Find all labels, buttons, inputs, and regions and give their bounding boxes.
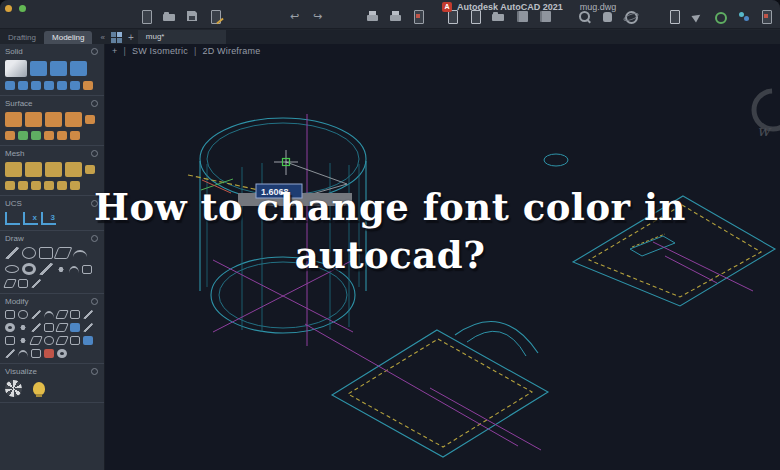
- extrude-face-icon[interactable]: [18, 181, 28, 190]
- file-tab-mug[interactable]: mug*: [138, 30, 226, 44]
- scale-3d-icon[interactable]: [70, 336, 80, 345]
- array-icon[interactable]: [5, 336, 15, 345]
- render-settings-icon[interactable]: [668, 10, 681, 23]
- viewport-style-control[interactable]: 2D Wireframe: [202, 46, 260, 56]
- save-as-icon[interactable]: [209, 10, 222, 23]
- redo-icon[interactable]: ↪: [311, 10, 324, 23]
- merge-face-icon[interactable]: [31, 181, 41, 190]
- new-file-icon[interactable]: [140, 10, 153, 23]
- orbit-icon[interactable]: [624, 10, 637, 23]
- export-pdf-icon[interactable]: [412, 10, 425, 23]
- point-icon[interactable]: [56, 265, 66, 274]
- polyline-icon[interactable]: [39, 263, 53, 275]
- surface-extend-icon[interactable]: [18, 131, 28, 140]
- move-3d-icon[interactable]: [83, 336, 93, 345]
- batch-plot-icon[interactable]: [389, 10, 402, 23]
- lights-icon[interactable]: [33, 382, 45, 395]
- align-3d-icon[interactable]: [55, 336, 69, 345]
- section-options-icon[interactable]: [91, 235, 98, 242]
- circle-icon[interactable]: [22, 247, 36, 259]
- copy-icon[interactable]: [70, 323, 80, 332]
- surface-analysis-icon[interactable]: [70, 131, 80, 140]
- patch-surface-icon[interactable]: [45, 112, 62, 127]
- section-options-icon[interactable]: [91, 368, 98, 375]
- section-options-icon[interactable]: [91, 48, 98, 55]
- break-icon[interactable]: [44, 323, 54, 332]
- plane-surface-icon[interactable]: [54, 247, 73, 259]
- layout-grid-icon[interactable]: [110, 30, 123, 43]
- collapse-palette-button[interactable]: «: [100, 33, 104, 42]
- collapse-face-icon[interactable]: [57, 181, 67, 190]
- network-surface-icon[interactable]: [5, 112, 22, 127]
- standards-check-icon[interactable]: [760, 10, 773, 23]
- ucs-x-icon[interactable]: x: [23, 212, 38, 225]
- trim-icon[interactable]: [31, 310, 41, 319]
- rectangle-icon[interactable]: [39, 247, 53, 259]
- rotate-3d-icon[interactable]: [44, 336, 54, 345]
- slice-icon[interactable]: [44, 81, 54, 90]
- box-icon[interactable]: [5, 60, 27, 77]
- offset-surface-icon[interactable]: [65, 112, 82, 127]
- minimize-button[interactable]: [5, 5, 12, 12]
- line-icon[interactable]: [5, 247, 19, 259]
- join-icon[interactable]: [31, 323, 41, 332]
- ellipse-icon[interactable]: [5, 265, 19, 273]
- section-options-icon[interactable]: [91, 298, 98, 305]
- divide-icon[interactable]: [18, 336, 28, 345]
- refine-mesh-icon[interactable]: [45, 162, 62, 177]
- smooth-object-icon[interactable]: [25, 162, 42, 177]
- erase-icon[interactable]: [83, 323, 93, 332]
- spline-icon[interactable]: [69, 266, 79, 273]
- tab-drafting[interactable]: Drafting: [0, 31, 44, 44]
- rotate-icon[interactable]: [18, 310, 28, 319]
- viewport-menu-button[interactable]: +: [112, 46, 117, 56]
- ucs-world-icon[interactable]: [5, 212, 20, 225]
- viewport-view-control[interactable]: SW Isometric: [132, 46, 188, 56]
- match-icon[interactable]: [31, 349, 41, 358]
- donut-icon[interactable]: [22, 263, 36, 275]
- section-options-icon[interactable]: [91, 150, 98, 157]
- fullscreen-button[interactable]: [19, 5, 26, 12]
- subtract-icon[interactable]: [18, 81, 28, 90]
- intersect-icon[interactable]: [31, 81, 41, 90]
- explode-icon[interactable]: [18, 323, 28, 332]
- fillet-edge-icon[interactable]: [57, 81, 67, 90]
- geographic-location-icon[interactable]: [714, 10, 727, 23]
- split-face-icon[interactable]: [5, 181, 15, 190]
- open-file-icon[interactable]: [163, 10, 176, 23]
- arrange-icon[interactable]: [57, 349, 67, 358]
- multiline-icon[interactable]: [18, 279, 28, 288]
- surface-fillet-icon[interactable]: [85, 115, 95, 124]
- paint-icon[interactable]: [44, 349, 54, 358]
- ray-icon[interactable]: [31, 279, 41, 288]
- scale-icon[interactable]: [70, 310, 80, 319]
- hatch-icon[interactable]: [82, 265, 92, 274]
- convert-surface-icon[interactable]: [57, 131, 67, 140]
- offset-icon[interactable]: [5, 323, 15, 332]
- add-crease-icon[interactable]: [85, 165, 95, 174]
- chamfer-icon[interactable]: [55, 323, 69, 332]
- mesh-sphere-icon[interactable]: [65, 162, 82, 177]
- new-drawing-tab-button[interactable]: +: [128, 33, 134, 43]
- surface-trim-icon[interactable]: [5, 131, 15, 140]
- region-icon[interactable]: [3, 279, 17, 288]
- match-properties-icon[interactable]: [691, 10, 704, 23]
- move-icon[interactable]: [5, 310, 15, 319]
- print-icon[interactable]: [366, 10, 379, 23]
- blend-surface-icon[interactable]: [25, 112, 42, 127]
- edit-polyline-icon[interactable]: [5, 349, 15, 358]
- shell-icon[interactable]: [70, 81, 80, 90]
- spin-edge-icon[interactable]: [70, 181, 80, 190]
- align-icon[interactable]: [29, 336, 43, 345]
- fillet-icon[interactable]: [44, 311, 54, 318]
- drawing-canvas[interactable]: + | SW Isometric | 2D Wireframe: [105, 44, 780, 470]
- presspull-icon[interactable]: [50, 61, 67, 76]
- arc-icon[interactable]: [73, 250, 87, 257]
- smooth-icon[interactable]: [18, 350, 28, 357]
- mirror-icon[interactable]: [55, 310, 69, 319]
- undo-icon[interactable]: ↩: [288, 10, 301, 23]
- save-icon[interactable]: [186, 10, 199, 23]
- materials-icon[interactable]: [5, 380, 22, 397]
- share-view-icon[interactable]: [737, 10, 750, 23]
- cv-edit-icon[interactable]: [44, 131, 54, 140]
